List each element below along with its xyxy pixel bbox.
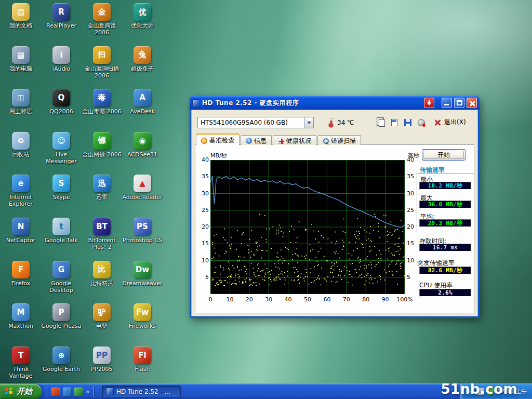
- x-tick-label: 50: [299, 296, 316, 303]
- quick-launch-2-icon[interactable]: [63, 388, 71, 396]
- desktop-icon-live-messenger[interactable]: ☺Live Messenger: [41, 132, 82, 165]
- desktop-icon-kingsoft-antivirus[interactable]: 毒金山毒霸 2006: [82, 89, 122, 115]
- copy-text-button[interactable]: [375, 116, 387, 128]
- firefox-icon: F: [12, 261, 30, 278]
- x-tick-label: 0: [202, 296, 219, 303]
- close-button[interactable]: [467, 98, 477, 108]
- super-rabbit-icon: 兔: [134, 46, 151, 64]
- desktop-icon-maxthon[interactable]: MMaxthon: [1, 303, 41, 329]
- hdtune-task-button[interactable]: HD Tune 2.52 - ...: [102, 385, 181, 398]
- youhua-dashi-icon: 优: [134, 3, 151, 21]
- tab-error-scan[interactable]: 错误扫描: [317, 135, 361, 145]
- quick-launch-3-icon[interactable]: [74, 388, 83, 396]
- drive-select-combo[interactable]: HTS541060G9SA00 (60 GB): [197, 117, 314, 128]
- quick-launch: »: [42, 384, 99, 399]
- start-menu-button[interactable]: 开始: [0, 384, 42, 399]
- desktop-icon-label: 我的文档: [1, 22, 41, 29]
- desktop-icon-skype[interactable]: SSkype: [41, 175, 82, 201]
- desktop-icon-my-documents[interactable]: ▤我的文档: [1, 3, 41, 29]
- desktop-icon-label: 优化大师: [122, 22, 163, 29]
- desktop-icon-label: BitTorrent Plus! 2: [82, 237, 122, 250]
- tab-page: MB/秒 毫秒 开始 传输速率 最小 18.2 MB/秒 最大 36.0 MB/…: [195, 144, 474, 313]
- desktop-icon-acdsee31[interactable]: ◉ACDSee31: [122, 132, 163, 158]
- desktop-icon-thunder[interactable]: 迅迅雷: [82, 175, 122, 201]
- desktop-icon-kingsoft-leak-scan[interactable]: 扫金山漏洞扫描 2006: [82, 46, 122, 79]
- netcaptor-icon: N: [12, 218, 30, 235]
- desktop-icon-internet-explorer[interactable]: eInternet Explorer: [1, 175, 41, 207]
- desktop-icon-adobe-reader[interactable]: ▲Adobe Reader: [122, 175, 163, 201]
- desktop-icon-bittorrent-plus[interactable]: BTBitTorrent Plus! 2: [82, 218, 122, 250]
- desktop-icon-super-rabbit[interactable]: 兔超级兔子: [122, 46, 163, 72]
- network-places-icon: ◫: [12, 89, 30, 107]
- desktop-icon-pp2005[interactable]: PPPP2005: [82, 347, 122, 373]
- desktop-icon-photoshop-cs[interactable]: PSPhotoshop CS: [122, 218, 163, 244]
- options-button[interactable]: [415, 116, 428, 128]
- live-messenger-icon: ☺: [52, 132, 70, 150]
- access-time-value: 16.7 ms: [419, 244, 471, 251]
- minimize-button[interactable]: [442, 98, 452, 108]
- desktop-icon-youhua-dashi[interactable]: 优优化大师: [122, 3, 163, 29]
- think-vantage-icon: T: [12, 347, 30, 364]
- desktop-icon-kingsoft-antispy[interactable]: 金金山反间谍 2006: [82, 3, 122, 36]
- desktop-icon-label: Maxthon: [1, 323, 41, 329]
- window-title: HD Tune 2.52 - 硬盘实用程序: [202, 99, 422, 108]
- desktop-icon-bitspirit[interactable]: 比比特精灵: [82, 261, 122, 287]
- quick-launch-overflow-chevron[interactable]: »: [86, 388, 90, 395]
- copy-image-button[interactable]: [388, 116, 401, 128]
- tab-health[interactable]: 健康状况: [273, 135, 316, 145]
- desktop-icon-dreamweaver[interactable]: DwDreamweaver: [122, 261, 163, 287]
- desktop-icon-google-earth[interactable]: ⊕Google Earth: [41, 347, 82, 373]
- start-button[interactable]: 开始: [422, 149, 466, 161]
- pp2005-icon: PP: [93, 347, 111, 364]
- desktop-icon-label: 网上邻居: [1, 108, 41, 115]
- info-icon: [246, 138, 252, 144]
- maxthon-icon: M: [12, 303, 30, 321]
- y-tick-label-left: 30: [195, 190, 209, 197]
- desktop-icon-label: Internet Explorer: [1, 194, 41, 207]
- quick-launch-1-icon[interactable]: [51, 388, 60, 396]
- desktop-icon-google-picasa[interactable]: PGoogle Picasa: [41, 303, 82, 329]
- desktop-icon-qq2006[interactable]: QQQ2006: [41, 89, 82, 115]
- desktop-icon-my-computer[interactable]: ▦我的电脑: [1, 46, 41, 72]
- maximize-button[interactable]: [454, 98, 464, 108]
- desktop-icon-firefox[interactable]: FFirefox: [1, 261, 41, 287]
- desktop-icon-recycle-bin[interactable]: ♻回收站: [1, 132, 41, 158]
- save-button[interactable]: [402, 116, 414, 128]
- desktop-icon-realplayer[interactable]: RRealPlayer: [41, 3, 82, 29]
- fireworks-icon: Fw: [134, 303, 151, 321]
- desktop-icon-network-places[interactable]: ◫网上邻居: [1, 89, 41, 115]
- x-tick-label: 80: [357, 296, 375, 303]
- desktop-icon-fireworks[interactable]: FwFireworks: [122, 303, 163, 329]
- watermark: 51nb.com: [441, 381, 517, 397]
- desktop-icon-avedesk[interactable]: AAveDesk: [122, 89, 163, 115]
- thunder-icon: 迅: [93, 175, 111, 192]
- desktop-icon-kingsoft-netguard[interactable]: 镖金山网镖 2006: [82, 132, 122, 158]
- desktop-icon-think-vantage[interactable]: TThink Vantage: [1, 347, 41, 379]
- combo-dropdown-button[interactable]: [304, 117, 313, 128]
- desktop-icon-google-talk[interactable]: tGoogle Talk: [41, 218, 82, 244]
- exit-label: 退出(X): [444, 118, 466, 127]
- x-tick-label: 20: [241, 296, 258, 303]
- hdtune-task-icon: [106, 388, 114, 395]
- tab-info[interactable]: 信息: [241, 135, 272, 145]
- y-tick-label-right: 10: [407, 257, 420, 264]
- exit-button[interactable]: 退出(X): [434, 118, 466, 127]
- desktop-icon-flash[interactable]: FlFlash: [122, 347, 163, 373]
- y-tick-label-left: 15: [195, 240, 209, 247]
- desktop-icon-label: Google Earth: [41, 366, 82, 373]
- internet-explorer-icon: e: [12, 175, 30, 192]
- desktop-icon-netcaptor[interactable]: NNetCaptor: [1, 218, 41, 244]
- iaudio-icon: i: [52, 46, 70, 64]
- titlebar[interactable]: HD Tune 2.52 - 硬盘实用程序: [190, 96, 480, 110]
- google-earth-icon: ⊕: [52, 347, 70, 364]
- desktop-icon-emule[interactable]: 驴电驴: [82, 303, 122, 329]
- x-tick-label: 70: [338, 296, 355, 303]
- kingsoft-netguard-icon: 镖: [93, 132, 111, 150]
- taskbar-divider: [93, 386, 95, 397]
- desktop-icon-google-desktop[interactable]: GGoogle Desktop: [41, 261, 82, 294]
- update-button[interactable]: [424, 98, 434, 108]
- desktop-icon-iaudio[interactable]: iiAudio: [41, 46, 82, 72]
- kingsoft-antivirus-icon: 毒: [93, 89, 111, 107]
- tab-benchmark[interactable]: 基准检查: [196, 134, 240, 145]
- toolbar: [375, 116, 428, 128]
